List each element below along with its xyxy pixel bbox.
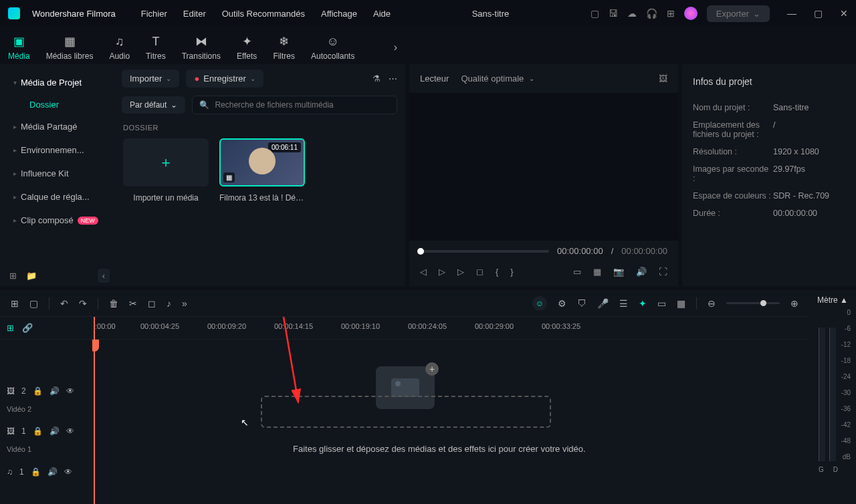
gear-icon[interactable]: ⚙: [558, 298, 566, 309]
lock-icon[interactable]: 🔒: [31, 467, 41, 477]
eye-icon[interactable]: 👁: [64, 467, 72, 477]
filter-icon[interactable]: ⚗: [372, 74, 381, 84]
sidebar-item-environment[interactable]: ▸Environnemen...: [5, 138, 108, 162]
picture-icon[interactable]: 🖼: [659, 74, 667, 84]
player-label[interactable]: Lecteur: [420, 74, 449, 84]
close-button[interactable]: ✕: [840, 8, 848, 19]
collapse-sidebar-button[interactable]: ‹: [98, 269, 110, 283]
more-tools-button[interactable]: »: [182, 298, 187, 309]
user-avatar[interactable]: [684, 7, 698, 20]
crop-tool-button[interactable]: ◻: [148, 298, 156, 309]
prev-frame-button[interactable]: ◁: [420, 267, 427, 277]
effects-icon: ✦: [242, 34, 252, 49]
tab-stock[interactable]: ▦Médias libres: [46, 34, 94, 61]
lock-icon[interactable]: 🔒: [33, 426, 43, 436]
sort-select[interactable]: Par défaut⌄: [122, 96, 185, 114]
mic-icon[interactable]: 🎤: [597, 298, 609, 309]
redo-button[interactable]: ↷: [79, 298, 87, 309]
eye-icon[interactable]: 👁: [66, 426, 74, 436]
timeline-ruler[interactable]: :00:00 00:00:04:25 00:00:09:20 00:00:14:…: [92, 317, 809, 340]
track-header-video2[interactable]: 🖼2 🔒 🔊 👁 Vidéo 2: [0, 385, 92, 414]
delete-button[interactable]: 🗑: [109, 298, 118, 309]
select-tool-icon[interactable]: ▢: [29, 298, 38, 309]
split-button[interactable]: ✂: [129, 298, 137, 309]
layout-icon[interactable]: ⊞: [11, 298, 19, 309]
minimize-button[interactable]: —: [787, 8, 796, 19]
next-frame-button[interactable]: ▷: [457, 267, 464, 277]
save-icon[interactable]: 🖫: [609, 8, 618, 19]
menu-view[interactable]: Affichage: [321, 9, 357, 19]
volume-button[interactable]: 🔊: [636, 267, 647, 277]
grid2-icon[interactable]: ▦: [677, 298, 685, 309]
maximize-button[interactable]: ▢: [814, 8, 823, 19]
sidebar-sub-folder[interactable]: Dossier: [5, 94, 108, 115]
tab-transitions[interactable]: ⧓Transitions: [182, 34, 221, 61]
tab-titles[interactable]: TTitres: [146, 35, 166, 61]
list-icon[interactable]: ☰: [619, 298, 628, 309]
tab-stickers[interactable]: ☺Autocollants: [311, 35, 354, 61]
record-button[interactable]: ●Enregistrer⌄: [186, 70, 263, 88]
mute-icon[interactable]: 🔊: [49, 426, 60, 436]
zoom-out-button[interactable]: ⊖: [708, 298, 716, 309]
grid-icon[interactable]: ⊞: [667, 8, 675, 19]
zoom-slider[interactable]: [726, 302, 780, 304]
mute-icon[interactable]: 🔊: [49, 386, 60, 396]
menu-tools[interactable]: Outils Recommandés: [222, 9, 305, 19]
sidebar-item-shared-media[interactable]: ▸Média Partagé: [5, 115, 108, 138]
device-icon[interactable]: ▢: [591, 8, 599, 19]
preview-viewport[interactable]: [409, 93, 678, 241]
undo-button[interactable]: ↶: [60, 298, 68, 309]
track-header-video1[interactable]: 🖼1 🔒 🔊 👁 Vidéo 1: [0, 425, 92, 455]
tabs-more-button[interactable]: ›: [394, 41, 397, 53]
menu-edit[interactable]: Editer: [183, 9, 206, 19]
chevron-right-icon: ▸: [13, 217, 17, 224]
mute-icon[interactable]: 🔊: [47, 467, 58, 477]
fullscreen-button[interactable]: ⛶: [659, 267, 667, 277]
new-folder-icon[interactable]: ⊞: [9, 271, 17, 281]
timeline-tracks[interactable]: :00:00 00:00:04:25 00:00:09:20 00:00:14:…: [92, 317, 809, 504]
lock-icon[interactable]: 🔒: [33, 386, 43, 396]
crop-button[interactable]: ▦: [593, 267, 601, 277]
aspect-button[interactable]: ▭: [573, 267, 581, 277]
tab-audio[interactable]: ♫Audio: [109, 35, 130, 61]
rect-icon[interactable]: ▭: [657, 298, 666, 309]
search-input[interactable]: 🔍 Recherche de fichiers multimédia: [192, 96, 397, 114]
link-icon[interactable]: 🔗: [22, 323, 33, 333]
drop-zone[interactable]: [261, 396, 551, 428]
tab-filters[interactable]: ❄Filtres: [273, 34, 295, 61]
tab-effects[interactable]: ✦Effets: [237, 34, 257, 61]
stop-button[interactable]: ◻: [476, 267, 484, 277]
sidebar-item-project-media[interactable]: ▾Média de Projet: [5, 71, 108, 94]
import-media-tile[interactable]: ＋: [123, 138, 209, 186]
meter-label[interactable]: Mètre ▲: [812, 295, 853, 309]
menu-help[interactable]: Aide: [373, 9, 391, 19]
more-options-icon[interactable]: ⋯: [389, 74, 397, 84]
eye-icon[interactable]: 👁: [66, 386, 74, 396]
headset-icon[interactable]: 🎧: [646, 8, 657, 19]
cloud-icon[interactable]: ☁: [627, 8, 637, 19]
track-header-audio1[interactable]: ♫1 🔒 🔊 👁: [0, 457, 92, 487]
folder-icon[interactable]: 📁: [26, 271, 37, 281]
chevron-right-icon: ▸: [13, 146, 17, 154]
mark-in-button[interactable]: {: [496, 267, 498, 277]
menu-file[interactable]: Fichier: [141, 9, 167, 19]
import-button[interactable]: Importer⌄: [122, 70, 179, 88]
tab-media[interactable]: ▣Média: [8, 34, 30, 61]
sidebar-item-influence-kit[interactable]: ▸Influence Kit: [5, 162, 108, 185]
quality-select[interactable]: Qualité optimale⌄: [461, 74, 534, 84]
snapshot-button[interactable]: 📷: [613, 267, 624, 277]
playhead[interactable]: [94, 317, 95, 504]
scrub-slider[interactable]: [420, 250, 549, 253]
shield-icon[interactable]: ⛉: [577, 298, 586, 309]
ai-button[interactable]: ☺: [532, 296, 547, 311]
mark-out-button[interactable]: }: [510, 267, 513, 277]
sidebar-item-compound-clip[interactable]: ▸Clip composéNEW: [5, 209, 108, 232]
marker-icon[interactable]: ✦: [639, 298, 647, 309]
zoom-in-button[interactable]: ⊕: [790, 298, 798, 309]
sidebar-item-adjustment-layer[interactable]: ▸Calque de régla...: [5, 185, 108, 209]
play-button[interactable]: ▷: [439, 267, 445, 277]
add-track-icon[interactable]: ⊞: [7, 323, 14, 333]
export-button[interactable]: Exporter ⌄: [707, 5, 770, 22]
media-clip-thumbnail[interactable]: 00:06:11 ▦: [219, 138, 305, 186]
music-button[interactable]: ♪: [167, 298, 171, 309]
